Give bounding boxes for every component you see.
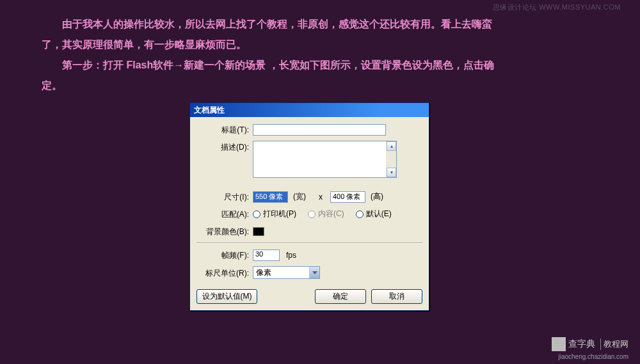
scroll-up-icon[interactable]: ▴	[387, 141, 396, 151]
radio-printer-label: 打印机(P)	[263, 209, 296, 219]
chevron-down-icon[interactable]	[309, 267, 319, 278]
scrollbar[interactable]: ▴ ▾	[386, 141, 396, 177]
fps-unit: fps	[286, 251, 296, 260]
step1-line-1: 第一步：打开 Flash软件→新建一个新的场景 ，长宽如下图所示，设置背景色设为…	[42, 55, 595, 75]
dialog-titlebar[interactable]: 文档属性	[190, 103, 429, 117]
label-framerate: 帧频(F):	[196, 249, 253, 261]
height-input[interactable]: 400 像素	[330, 191, 365, 203]
x-separator: x	[319, 193, 323, 202]
intro-line-2: 了，其实原理很简单，有一步略显麻烦而已。	[42, 35, 595, 55]
step1-line-2: 定。	[42, 75, 595, 96]
logo-text-1: 查字典	[568, 338, 595, 350]
scroll-down-icon[interactable]: ▾	[387, 168, 396, 177]
radio-content-label: 内容(C)	[318, 209, 344, 219]
bgcolor-swatch[interactable]	[253, 227, 264, 236]
ruler-select[interactable]: 像素	[253, 266, 320, 279]
article-body: 由于我本人的操作比较水，所以去网上找了个教程，非原创，感觉这个还比较有用。看上去…	[0, 0, 640, 96]
width-unit: (宽)	[293, 191, 306, 202]
separator	[196, 242, 422, 244]
title-input[interactable]	[253, 124, 386, 136]
logo-icon	[552, 337, 566, 351]
label-match: 匹配(A):	[196, 208, 253, 220]
description-input[interactable]: ▴ ▾	[253, 141, 397, 178]
intro-line-1: 由于我本人的操作比较水，所以去网上找了个教程，非原创，感觉这个还比较有用。看上去…	[42, 14, 595, 35]
ok-button[interactable]: 确定	[315, 289, 366, 304]
width-input[interactable]: 550 像素	[253, 191, 288, 203]
label-dimensions: 尺寸(I):	[196, 191, 253, 203]
watermark-top: 思缘设计论坛 WWW.MISSYUAN.COM	[493, 3, 621, 12]
logo-text-2: 教程网	[600, 338, 628, 350]
document-properties-dialog: 文档属性 标题(T): 描述(D): ▴ ▾ 尺寸(I): 550 像素 (宽)…	[189, 102, 429, 311]
ruler-value: 像素	[253, 267, 309, 278]
height-unit: (高)	[371, 191, 383, 202]
label-title: 标题(T):	[196, 123, 253, 136]
radio-default[interactable]	[356, 210, 364, 218]
radio-content	[308, 210, 316, 218]
framerate-input[interactable]: 30	[253, 249, 280, 261]
label-bgcolor: 背景颜色(B):	[196, 225, 253, 237]
label-ruler: 标尺单位(R):	[196, 267, 253, 279]
site-logo: 查字典 教程网	[552, 337, 628, 351]
set-default-button[interactable]: 设为默认值(M)	[196, 289, 257, 304]
radio-printer[interactable]	[253, 210, 260, 218]
radio-default-label: 默认(E)	[366, 209, 392, 219]
watermark-url: jiaocheng.chazidian.com	[558, 353, 628, 360]
dialog-title: 文档属性	[194, 105, 225, 116]
label-description: 描述(D):	[196, 141, 253, 153]
cancel-button[interactable]: 取消	[371, 289, 422, 304]
